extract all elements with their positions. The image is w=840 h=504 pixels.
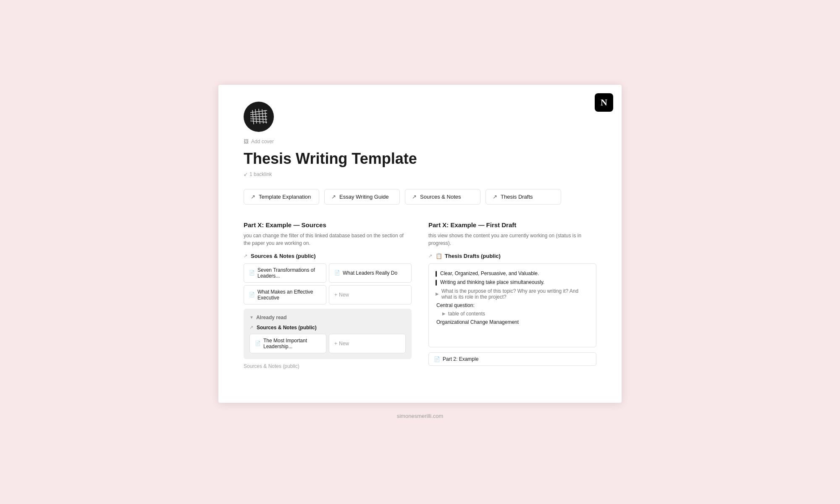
nav-link-label-2: Essay Writing Guide [339,194,389,200]
backlink-icon: ↙ [244,171,248,177]
left-db-grid: 📄 Seven Transformations of Leaders... 📄 … [244,263,412,304]
arrow-icon-1: ▶ [436,291,439,296]
part2-link-text: Part 2: Example [443,356,478,362]
external-link-icon-3: ↗ [412,194,417,200]
already-read-label: Already read [256,315,287,320]
db-arrow-icon-already-read[interactable]: ↗ [249,325,253,330]
source-card-1-label: Seven Transformations of Leaders... [257,267,321,279]
source-card-3-label: What Makes an Effective Executive [257,289,321,301]
bar-icon-2 [436,280,437,286]
doc-icon-1: 📄 [249,270,255,276]
left-db-title-text: Sources & Notes (public) [251,253,316,259]
right-section-desc: this view shows the content you are curr… [428,232,596,247]
nav-link-essay-writing-guide[interactable]: ↗ Essay Writing Guide [324,189,400,205]
source-card-1[interactable]: 📄 Seven Transformations of Leaders... [244,263,326,283]
external-link-icon-4: ↗ [493,194,497,200]
toggle-icon[interactable]: ▼ [249,315,254,320]
db-arrow-icon-right[interactable]: ↗ [428,253,432,259]
left-section-desc: you can change the filter of this linked… [244,232,412,247]
svg-line-4 [250,119,267,119]
db-arrow-icon-left[interactable]: ↗ [244,253,247,259]
draft-arrow-row-2: ▶ table of contents [436,311,589,317]
draft-arrow-text-2: table of contents [448,311,485,317]
source-card-2-label: What Leaders Really Do [343,270,397,276]
doc-icon-ar-1: 📄 [255,341,261,346]
already-read-card-1-label: The Most Important Leadership... [263,338,321,349]
external-link-icon-1: ↗ [251,194,255,200]
backlink-text: 1 backlink [249,171,272,177]
already-read-header: ▼ Already read [249,315,406,320]
nav-link-label-4: Thesis Drafts [501,194,533,200]
right-section: Part X: Example — First Draft this view … [428,221,596,369]
left-new-button[interactable]: + New [329,285,412,304]
doc-icon-3: 📄 [249,292,255,297]
draft-plain-1: Central question: [436,302,589,308]
draft-line-2: Writing and thinking take place simultan… [436,279,589,286]
notion-logo: N [595,93,613,112]
nav-links: ↗ Template Explanation ↗ Essay Writing G… [244,189,596,205]
already-read-section: ▼ Already read ↗ Sources & Notes (public… [244,309,412,359]
left-section: Part X: Example — Sources you can change… [244,221,412,369]
page-title: Thesis Writing Template [244,150,596,168]
nav-link-thesis-drafts[interactable]: ↗ Thesis Drafts [486,189,561,205]
part2-doc-icon: 📄 [434,356,440,362]
nav-link-label-1: Template Explanation [259,194,311,200]
page-icon [244,102,274,132]
draft-text-1: Clear, Organized, Persuasive, and Valuab… [440,270,539,276]
already-read-card-1[interactable]: 📄 The Most Important Leadership... [249,334,326,353]
part2-link[interactable]: 📄 Part 2: Example [428,352,596,366]
footer: simonesmerilli.com [397,413,444,419]
page-wrapper: N 🖼 Add cover Thesis Writing Template [218,85,622,402]
draft-plain-2: Organizational Change Management [436,319,589,325]
two-column-layout: Part X: Example — Sources you can change… [244,221,596,369]
left-db-header: ↗ Sources & Notes (public) [244,253,412,259]
plus-icon-left: + [334,292,337,298]
draft-line-1: Clear, Organized, Persuasive, and Valuab… [436,270,589,277]
source-card-2[interactable]: 📄 What Leaders Really Do [329,263,412,283]
already-read-db-title: Sources & Notes (public) [257,325,317,331]
backlink[interactable]: ↙ 1 backlink [244,171,596,177]
nav-link-sources-notes[interactable]: ↗ Sources & Notes [405,189,480,205]
external-link-icon-2: ↗ [331,194,336,200]
draft-content-box: Clear, Organized, Persuasive, and Valuab… [428,263,596,347]
right-db-header: ↗ 📋 Thesis Drafts (public) [428,253,596,259]
left-db-title: Sources & Notes (public) [251,253,316,259]
bar-icon-1 [436,271,437,277]
draft-arrow-row-1: ▶ What is the purpose of this topic? Why… [436,288,589,300]
add-cover-button[interactable]: 🖼 Add cover [244,139,596,144]
plus-icon-ar: + [334,341,337,346]
nav-link-label-3: Sources & Notes [420,194,461,200]
nav-link-template-explanation[interactable]: ↗ Template Explanation [244,189,319,205]
right-db-title-icon: 📋 [436,253,442,259]
right-section-title: Part X: Example — First Draft [428,221,596,228]
footer-text: simonesmerilli.com [397,413,444,419]
already-read-db-header: ↗ Sources & Notes (public) [249,325,406,331]
already-read-grid: 📄 The Most Important Leadership... + New [249,334,406,353]
already-read-new-button[interactable]: + New [329,334,406,353]
bottom-link-text: Sources & Notes (public) [244,363,299,369]
left-new-label: New [339,292,349,298]
image-icon: 🖼 [244,139,249,144]
doc-icon-2: 📄 [334,270,340,276]
right-db-title-text: Thesis Drafts (public) [445,253,501,259]
draft-text-2: Writing and thinking take place simultan… [440,279,544,285]
already-read-db-title-text: Sources & Notes (public) [257,325,317,331]
right-db-title: 📋 Thesis Drafts (public) [436,253,501,259]
arrow-icon-2: ▶ [442,311,446,316]
left-section-title: Part X: Example — Sources [244,221,412,228]
already-read-new-label: New [339,341,349,346]
source-card-3[interactable]: 📄 What Makes an Effective Executive [244,285,326,304]
add-cover-label: Add cover [251,139,274,144]
bottom-link[interactable]: Sources & Notes (public) [244,363,412,369]
draft-arrow-text-1: What is the purpose of this topic? Why a… [441,288,589,300]
